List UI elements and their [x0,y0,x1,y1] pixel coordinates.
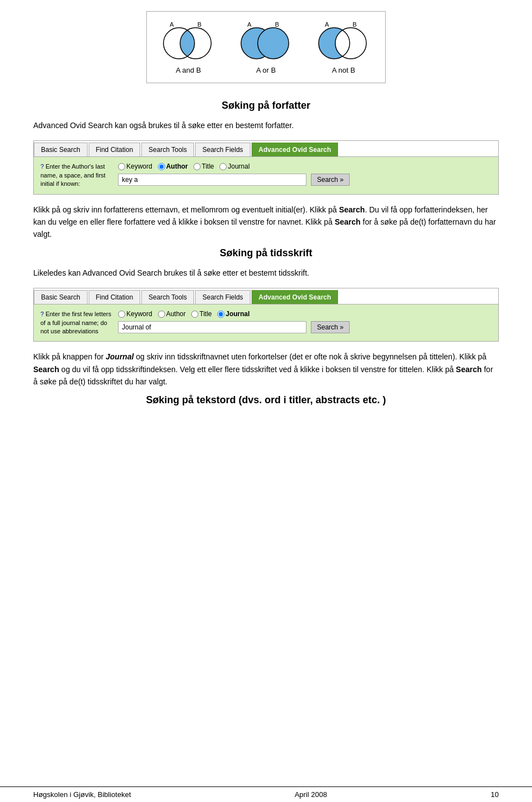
section1-para1: Klikk på og skriv inn forfatterens etter… [33,204,499,241]
tab-search-fields-2[interactable]: Search Fields [195,290,250,304]
tab-find-citation-1[interactable]: Find Citation [89,143,140,156]
search-right-author: Keyword Author Title Journal Search » [118,163,492,186]
venn-label-and: A and B [176,66,201,74]
tab-basic-search-2[interactable]: Basic Search [34,290,88,304]
search-row-journal: Search » [118,321,492,333]
tab-search-tools-1[interactable]: Search Tools [141,143,194,156]
tab-advanced-ovid-search-1[interactable]: Advanced Ovid Search [252,143,339,156]
search-right-journal: Keyword Author Title Journal Search » [118,310,492,333]
help-icon-author: ? [40,163,44,170]
radio-input-journal-2[interactable] [217,311,224,318]
footer-center: April 2008 [295,790,328,799]
venn-item-or: A B A or B [236,20,296,74]
radio-author-2[interactable]: Author [158,310,186,318]
radio-journal-2[interactable]: Journal [217,310,249,318]
svg-text:A: A [247,21,252,28]
search-body-journal: ?Enter the first few letters of a full j… [34,304,498,341]
search-button-journal[interactable]: Search » [311,321,350,333]
search-input-journal[interactable] [118,321,306,333]
section1-title: Søking på forfatter [33,100,499,111]
radio-keyword-2[interactable]: Keyword [118,310,152,318]
radio-input-author-1[interactable] [158,163,165,170]
radio-title-1[interactable]: Title [193,163,214,170]
radio-title-2[interactable]: Title [191,310,212,318]
search-interface-journal: Basic Search Find Citation Search Tools … [33,288,499,342]
tab-search-fields-1[interactable]: Search Fields [195,143,250,156]
section2-para1: Klikk på knappen for Journal og skriv in… [33,351,499,388]
tab-basic-search-1[interactable]: Basic Search [34,143,88,156]
svg-text:B: B [275,21,279,28]
search-row-author: Search » [118,174,492,186]
venn-box: A B A and B [146,11,386,83]
svg-text:B: B [352,21,356,28]
search-tabs-author: Basic Search Find Citation Search Tools … [34,141,498,157]
venn-label-or: A or B [256,66,275,74]
section1-intro: Advanced Ovid Search kan også brukes til… [33,119,499,131]
radio-keyword-1[interactable]: Keyword [118,163,152,170]
section2-title: Søking på tidsskrift [33,247,499,259]
help-icon-journal: ? [40,311,44,317]
radio-input-title-2[interactable] [191,311,198,318]
svg-point-10 [258,28,289,59]
venn-item-not: A B A not B [313,20,374,74]
radio-group-author: Keyword Author Title Journal [118,163,492,170]
search-interface-author: Basic Search Find Citation Search Tools … [33,140,499,194]
search-button-author[interactable]: Search » [311,174,350,186]
footer-left: Høgskolen i Gjøvik, Biblioteket [33,790,131,799]
radio-journal-1[interactable]: Journal [219,163,249,170]
page-footer: Høgskolen i Gjøvik, Biblioteket April 20… [0,786,532,802]
tab-find-citation-2[interactable]: Find Citation [89,290,140,304]
venn-item-and: A B A and B [158,20,219,74]
section3-title: Søking på tekstord (dvs. ord i titler, a… [33,394,499,406]
svg-text:B: B [197,21,201,28]
tab-search-tools-2[interactable]: Search Tools [141,290,194,304]
svg-text:A: A [170,21,174,28]
radio-input-title-1[interactable] [193,163,201,170]
venn-label-not: A not B [332,66,355,74]
radio-input-author-2[interactable] [158,311,165,318]
radio-author-1[interactable]: Author [158,163,188,170]
radio-input-keyword-1[interactable] [118,163,125,170]
section2-intro: Likeledes kan Advanced Ovid Search bruke… [33,267,499,279]
search-help-author: ?Enter the Author's last name, a space, … [40,163,112,188]
radio-input-journal-1[interactable] [219,163,227,170]
search-body-author: ?Enter the Author's last name, a space, … [34,157,498,194]
radio-input-keyword-2[interactable] [118,311,125,318]
tab-advanced-ovid-search-2[interactable]: Advanced Ovid Search [252,290,339,304]
radio-group-journal: Keyword Author Title Journal [118,310,492,318]
search-help-journal: ?Enter the first few letters of a full j… [40,310,112,336]
venn-diagram-container: A B A and B [33,11,499,83]
footer-right: 10 [491,790,499,799]
search-input-author[interactable] [118,174,306,186]
svg-text:A: A [325,21,329,28]
search-tabs-journal: Basic Search Find Citation Search Tools … [34,288,498,304]
